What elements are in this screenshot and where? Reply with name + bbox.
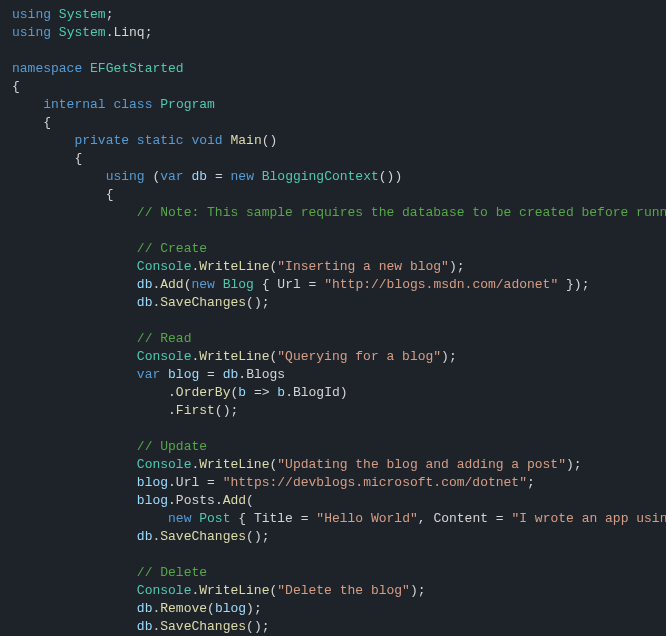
- type-console: Console: [137, 349, 192, 364]
- var-blog: blog: [168, 367, 199, 382]
- var-db: db: [191, 169, 207, 184]
- kw-static: static: [137, 133, 184, 148]
- prop-url: Url: [277, 277, 300, 292]
- ns-linq: Linq: [113, 25, 144, 40]
- type-system: System: [59, 7, 106, 22]
- str-insert: "Inserting a new blog": [277, 259, 449, 274]
- method-writeline: WriteLine: [199, 457, 269, 472]
- prop-url: Url: [176, 475, 199, 490]
- kw-var: var: [160, 169, 183, 184]
- method-writeline: WriteLine: [199, 583, 269, 598]
- type-program: Program: [160, 97, 215, 112]
- str-wrote: "I wrote an app using: [511, 511, 666, 526]
- comment-delete: // Delete: [137, 565, 207, 580]
- var-db: db: [137, 295, 153, 310]
- type-console: Console: [137, 259, 192, 274]
- var-blog: blog: [215, 601, 246, 616]
- var-blog: blog: [137, 493, 168, 508]
- comment-create: // Create: [137, 241, 207, 256]
- var-b: b: [238, 385, 246, 400]
- method-remove: Remove: [160, 601, 207, 616]
- kw-var: var: [137, 367, 160, 382]
- str-update: "Updating the blog and adding a post": [277, 457, 566, 472]
- prop-content: Content: [433, 511, 488, 526]
- str-blog-url: "http://blogs.msdn.com/adonet": [324, 277, 558, 292]
- method-add: Add: [223, 493, 246, 508]
- type-blog: Blog: [223, 277, 254, 292]
- method-savechanges: SaveChanges: [160, 619, 246, 634]
- comment-update: // Update: [137, 439, 207, 454]
- ns-name: EFGetStarted: [90, 61, 184, 76]
- str-query: "Querying for a blog": [277, 349, 441, 364]
- method-savechanges: SaveChanges: [160, 529, 246, 544]
- var-db: db: [137, 619, 153, 634]
- type-console: Console: [137, 583, 192, 598]
- comment-note: // Note: This sample requires the databa…: [137, 205, 666, 220]
- comment-read: // Read: [137, 331, 192, 346]
- kw-new: new: [231, 169, 254, 184]
- kw-void: void: [191, 133, 222, 148]
- type-post: Post: [199, 511, 230, 526]
- method-orderby: OrderBy: [176, 385, 231, 400]
- var-db: db: [137, 529, 153, 544]
- code-block: using System; using System.Linq; namespa…: [0, 0, 666, 636]
- var-blog: blog: [137, 475, 168, 490]
- str-hello: "Hello World": [316, 511, 417, 526]
- str-devblog: "https://devblogs.microsoft.com/dotnet": [223, 475, 527, 490]
- method-add: Add: [160, 277, 183, 292]
- method-writeline: WriteLine: [199, 349, 269, 364]
- prop-blogid: BlogId: [293, 385, 340, 400]
- kw-new: new: [191, 277, 214, 292]
- method-main: Main: [231, 133, 262, 148]
- var-b: b: [277, 385, 285, 400]
- var-db: db: [137, 277, 153, 292]
- prop-blogs: Blogs: [246, 367, 285, 382]
- method-writeline: WriteLine: [199, 259, 269, 274]
- type-bloggingcontext: BloggingContext: [262, 169, 379, 184]
- var-db: db: [137, 601, 153, 616]
- kw-internal: internal: [43, 97, 105, 112]
- kw-using: using: [12, 25, 51, 40]
- kw-using: using: [12, 7, 51, 22]
- kw-private: private: [74, 133, 129, 148]
- str-delete: "Delete the blog": [277, 583, 410, 598]
- method-savechanges: SaveChanges: [160, 295, 246, 310]
- kw-namespace: namespace: [12, 61, 82, 76]
- kw-using: using: [106, 169, 145, 184]
- method-first: First: [176, 403, 215, 418]
- prop-posts: Posts: [176, 493, 215, 508]
- prop-title: Title: [254, 511, 293, 526]
- type-system: System: [59, 25, 106, 40]
- var-db: db: [223, 367, 239, 382]
- kw-class: class: [113, 97, 152, 112]
- type-console: Console: [137, 457, 192, 472]
- kw-new: new: [168, 511, 191, 526]
